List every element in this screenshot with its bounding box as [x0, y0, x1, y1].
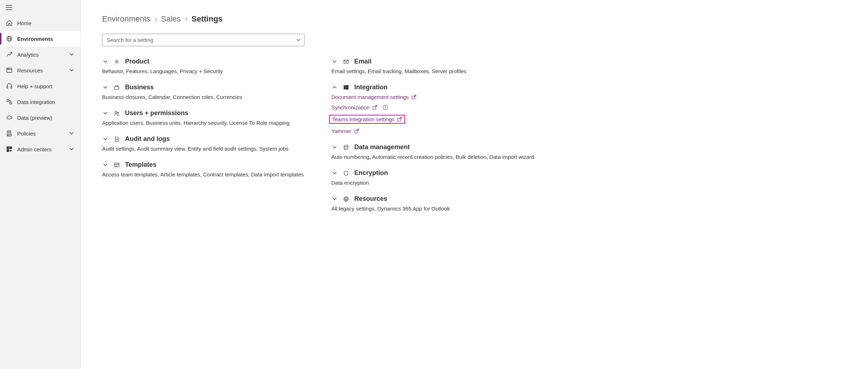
admin-centers-icon — [6, 146, 13, 153]
breadcrumb-separator — [184, 14, 188, 24]
settings-link[interactable]: Synchronization — [331, 104, 553, 110]
settings-link-label: Teams integration settings — [332, 116, 394, 122]
search-input[interactable] — [102, 34, 304, 46]
svg-rect-30 — [344, 60, 348, 63]
settings-group-sublist: Audit settings, Audit summary view, Enti… — [102, 146, 317, 152]
sidebar-item-environments[interactable]: Environments — [0, 31, 80, 47]
settings-group-sublist: Data encryption — [331, 180, 553, 186]
globe2-icon — [343, 196, 349, 202]
settings-group-title: Data management — [354, 143, 410, 151]
chevron-down-icon — [331, 196, 338, 202]
settings-link[interactable]: Yammer — [331, 128, 553, 134]
info-icon[interactable] — [383, 105, 388, 110]
hamburger-button[interactable] — [0, 0, 80, 15]
sidebar-item-home[interactable]: Home — [0, 15, 80, 31]
globe-icon — [6, 35, 13, 42]
svg-rect-10 — [7, 86, 8, 88]
settings-columns: ProductBehavior, Features, Languages, Pr… — [102, 58, 847, 221]
svg-rect-12 — [7, 100, 9, 101]
svg-point-21 — [116, 61, 118, 62]
settings-group-header[interactable]: Integration — [331, 84, 553, 91]
breadcrumb-separator — [154, 14, 158, 24]
settings-group-header[interactable]: Product — [102, 58, 317, 65]
settings-group: Audit and logsAudit settings, Audit summ… — [102, 135, 317, 152]
svg-rect-34 — [346, 87, 348, 89]
sidebar-item-datapreview[interactable]: Data (preview) — [0, 110, 80, 126]
settings-group-title: Business — [125, 84, 154, 91]
chevron-down-icon — [69, 52, 75, 57]
settings-group-title: Users + permissions — [125, 109, 188, 117]
settings-group-title: Resources — [354, 195, 387, 203]
breadcrumb: Environments Sales Settings — [102, 14, 847, 24]
settings-group-header[interactable]: Business — [102, 84, 317, 91]
settings-group: TemplatesAccess team templates, Article … — [102, 161, 317, 178]
settings-group: EncryptionData encryption — [331, 169, 553, 186]
settings-group-header[interactable]: Users + permissions — [102, 109, 317, 117]
breadcrumb-sales[interactable]: Sales — [161, 14, 181, 24]
settings-column-right: EmailEmail settings, Email tracking, Mai… — [331, 58, 553, 221]
external-link-icon — [373, 105, 378, 110]
settings-link-label: Yammer — [331, 128, 351, 134]
sidebar-item-analytics[interactable]: Analytics — [0, 47, 80, 62]
sidebar-item-label: Help + support — [17, 83, 75, 89]
svg-rect-19 — [10, 147, 12, 149]
svg-point-24 — [118, 112, 119, 114]
settings-group-sublist: Application users, Business units, Hiera… — [102, 120, 317, 126]
svg-rect-22 — [115, 86, 119, 89]
svg-rect-15 — [8, 134, 11, 136]
settings-group-header[interactable]: Templates — [102, 161, 317, 169]
settings-link[interactable]: Teams integration settings — [329, 115, 405, 124]
chevron-down-icon — [69, 146, 75, 152]
chevron-down-icon — [102, 84, 109, 91]
mail-icon — [343, 58, 349, 65]
chevron-down-icon — [69, 67, 75, 73]
sidebar-item-label: Data (preview) — [17, 115, 75, 121]
svg-point-46 — [344, 145, 348, 146]
cloud-icon — [6, 114, 13, 121]
breadcrumb-environments[interactable]: Environments — [102, 14, 150, 24]
sidebar-item-label: Policies — [17, 131, 69, 137]
chevron-down-icon — [102, 58, 109, 65]
policies-icon — [6, 130, 13, 137]
settings-group-links: Document management settingsSynchronizat… — [331, 94, 553, 134]
chart-icon — [6, 51, 13, 58]
settings-group-title: Templates — [125, 161, 157, 169]
settings-group-sublist: Auto numbering, Automatic record creatio… — [331, 154, 553, 160]
settings-group-header[interactable]: Data management — [331, 143, 553, 151]
svg-point-9 — [9, 69, 9, 69]
settings-group: BusinessBusiness closures, Calendar, Con… — [102, 84, 317, 100]
sidebar-item-label: Resources — [17, 67, 69, 74]
sidebar-item-resources[interactable]: Resources — [0, 62, 80, 78]
home-icon — [6, 19, 13, 27]
people-icon — [114, 110, 120, 117]
sidebar-item-policies[interactable]: Policies — [0, 126, 80, 141]
svg-point-23 — [115, 111, 117, 113]
svg-rect-31 — [344, 85, 346, 87]
settings-link[interactable]: Document management settings — [331, 94, 553, 100]
sidebar-item-admincenters[interactable]: Admin centers — [0, 141, 80, 157]
settings-group-header[interactable]: Email — [331, 58, 553, 65]
settings-group-header[interactable]: Audit and logs — [102, 135, 317, 143]
chevron-down-icon — [102, 162, 109, 168]
settings-group-title: Email — [354, 58, 371, 65]
sidebar-item-dataintegration[interactable]: Data integration — [0, 94, 80, 110]
breadcrumb-settings: Settings — [192, 14, 223, 24]
settings-group-title: Product — [125, 58, 149, 65]
main-content: Environments Sales Settings ProductBehav… — [81, 0, 868, 369]
settings-group-title: Audit and logs — [125, 135, 170, 143]
settings-group: IntegrationDocument management settingsS… — [331, 84, 553, 134]
external-link-icon — [412, 95, 417, 100]
settings-group: EmailEmail settings, Email tracking, Mai… — [331, 58, 553, 74]
svg-rect-33 — [344, 87, 346, 89]
sidebar-item-label: Environments — [17, 36, 75, 42]
search-container — [102, 34, 304, 46]
settings-group-header[interactable]: Encryption — [331, 169, 553, 177]
sidebar-item-label: Analytics — [17, 52, 69, 58]
chevron-down-icon — [331, 144, 338, 151]
chevron-down-icon — [331, 170, 338, 176]
svg-rect-27 — [115, 163, 119, 167]
settings-group-header[interactable]: Resources — [331, 195, 553, 203]
chevron-down-icon — [102, 136, 109, 142]
sidebar-item-help[interactable]: Help + support — [0, 78, 80, 94]
settings-group-sublist: Behavior, Features, Languages, Privacy +… — [102, 68, 317, 74]
